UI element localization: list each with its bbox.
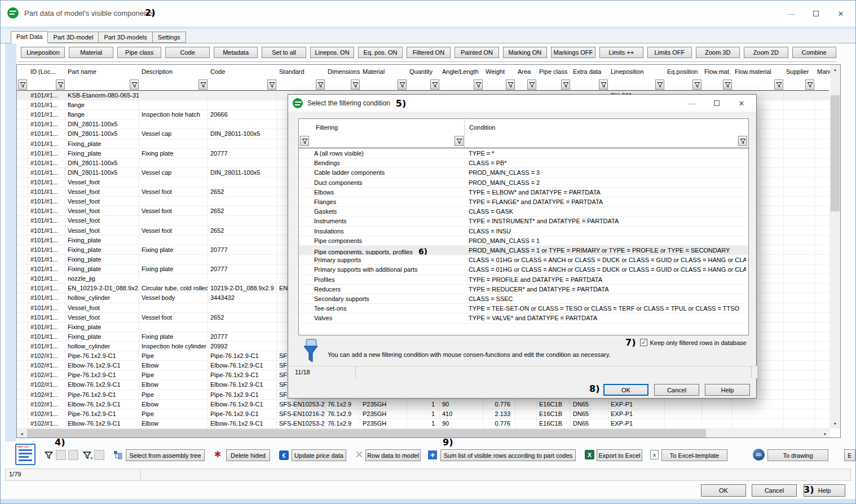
column-filter-icon-code[interactable] bbox=[267, 79, 276, 90]
scroll-left-icon[interactable]: ◄ bbox=[17, 428, 27, 438]
dialog-ok-button[interactable]: OK bbox=[603, 384, 648, 396]
close-icon[interactable]: ✕ bbox=[828, 5, 853, 22]
condition-column-header[interactable]: Condition bbox=[469, 124, 495, 131]
column-filter-icon-mat[interactable] bbox=[398, 79, 407, 90]
filter-slot-2[interactable] bbox=[68, 450, 78, 460]
delete-hided-button[interactable]: Delete hided bbox=[226, 449, 270, 461]
column-filter-icon-fmat[interactable] bbox=[723, 79, 732, 90]
column-header-fmat[interactable]: Flow.mat. bbox=[702, 67, 733, 78]
part-list-icon[interactable]: PART LIST bbox=[15, 444, 36, 465]
zoom-2d-button[interactable]: Zoom 2D bbox=[744, 47, 788, 58]
column-header-fmaterial[interactable]: Flow.material bbox=[733, 67, 784, 78]
filtered-on-button[interactable]: Filtered ON bbox=[407, 47, 451, 58]
edge-clipped-button[interactable]: E bbox=[844, 449, 855, 461]
minimize-icon[interactable]: — bbox=[779, 5, 804, 22]
select-from-assembly-tree-button[interactable]: Select from assembly tree bbox=[126, 449, 205, 461]
column-header-ang[interactable]: Angle/Length bbox=[440, 67, 483, 78]
filter-condition-row[interactable]: FlangesTYPE = FLANGE* and DATATYPE = PAR… bbox=[299, 197, 748, 207]
painted-on-button[interactable]: Painted ON bbox=[455, 47, 498, 58]
column-filter-icon-id[interactable] bbox=[56, 79, 65, 90]
horizontal-scroll-thumb[interactable] bbox=[27, 429, 706, 438]
column-filter-icon-part[interactable] bbox=[130, 79, 139, 90]
scroll-down-icon[interactable]: ▼ bbox=[830, 419, 840, 428]
horizontal-scrollbar[interactable]: ◄ ► bbox=[17, 428, 830, 438]
filter-condition-row[interactable]: Primary supports with additional partsCL… bbox=[299, 265, 748, 275]
filter-condition-row[interactable]: ReducersTYPE = REDUCER* and DATATYPE = P… bbox=[299, 285, 748, 294]
dialog-close-icon[interactable]: ✕ bbox=[729, 95, 754, 112]
to-excel-template-button[interactable]: To Excel-template bbox=[661, 449, 727, 461]
update-price-data-button[interactable]: Update price data bbox=[292, 449, 346, 461]
filter-condition-row[interactable]: Pipe components, supports, profiles6)PRO… bbox=[299, 246, 748, 255]
filtering-column-header[interactable]: Filtering bbox=[316, 124, 338, 131]
filter-condition-row[interactable]: Cable ladder componentsPROD_MAIN_CLASS =… bbox=[299, 168, 748, 178]
limits-++-button[interactable]: Limits ++ bbox=[599, 47, 643, 58]
filter-condition-row[interactable]: InstrumentsTYPE = INSTRUMENT* and DATATY… bbox=[299, 216, 748, 226]
filter-funnel-icon[interactable] bbox=[300, 136, 309, 146]
scroll-right-icon[interactable]: ► bbox=[820, 428, 830, 438]
column-header-std[interactable]: Standard bbox=[277, 67, 325, 78]
filter-condition-row[interactable]: A (all rows visible)TYPE = * bbox=[299, 149, 748, 158]
column-filter-icon-fmaterial[interactable] bbox=[774, 79, 783, 90]
filter-condition-row[interactable]: ElbowsTYPE = ELBOW* and DATATYPE = PARTD… bbox=[299, 188, 748, 197]
sum-list-button[interactable]: Sum list of visible rows according to pa… bbox=[440, 449, 576, 461]
column-filter-icon-extra[interactable] bbox=[599, 79, 608, 90]
scroll-up-icon[interactable]: ▲ bbox=[830, 65, 840, 74]
cancel-button[interactable]: Cancel bbox=[752, 484, 797, 497]
table-row[interactable]: #102/#1...Elbow-76.1x2.9-C1ElbowElbow-76… bbox=[17, 400, 829, 409]
dialog-cancel-button[interactable]: Cancel bbox=[654, 384, 699, 396]
column-filter-icon-supp[interactable] bbox=[805, 79, 814, 90]
dialog-maximize-icon[interactable] bbox=[704, 95, 729, 112]
column-filter-icon-linep[interactable] bbox=[655, 79, 664, 90]
filter-condition-row[interactable]: Primary supportsCLASS = 01HG or CLASS = … bbox=[299, 255, 748, 265]
filter-condition-row[interactable]: ValvesTYPE = VALVE* and DATATYPE = PARTD… bbox=[299, 313, 748, 323]
eq-pos-on-button[interactable]: Eq. pos. ON bbox=[358, 47, 402, 58]
filter-condition-row[interactable]: GasketsCLASS = GASK bbox=[299, 207, 748, 216]
keep-filtered-checkbox[interactable]: ✓ bbox=[640, 339, 647, 346]
table-row[interactable]: #102/#1...Pipe-76.1x2.9-C1PipePipe-76.1x… bbox=[17, 409, 829, 419]
to-drawing-button[interactable]: To drawing bbox=[767, 449, 828, 461]
tab-settings[interactable]: Settings bbox=[153, 32, 186, 43]
column-filter-icon-pcls[interactable] bbox=[561, 79, 570, 90]
row-data-to-model-button[interactable]: Row data to model bbox=[365, 449, 421, 461]
column-header-eqpos[interactable]: Eq.position bbox=[665, 67, 702, 78]
filter-slot-3[interactable] bbox=[94, 450, 104, 460]
column-filter-icon-dim[interactable] bbox=[351, 79, 360, 90]
column-header-pcls[interactable]: Pipe class bbox=[537, 67, 571, 78]
filter-icon[interactable] bbox=[43, 450, 54, 460]
column-header-extra[interactable]: Extra data bbox=[571, 67, 608, 78]
set-to-all-button[interactable]: Set to all bbox=[262, 47, 306, 58]
limits-off-button[interactable]: Limits OFF bbox=[647, 47, 691, 58]
zoom-3d-button[interactable]: Zoom 3D bbox=[696, 47, 740, 58]
add-filter-icon[interactable]: + bbox=[82, 450, 92, 460]
filter-condition-row[interactable]: Duct componentsPROD_MAIN_CLASS = 2 bbox=[299, 178, 748, 188]
combine-button[interactable]: Combine bbox=[792, 47, 836, 58]
column-header-desc[interactable]: Description bbox=[139, 67, 208, 78]
column-header-area[interactable]: Area bbox=[515, 67, 537, 78]
filter-condition-row[interactable]: Pipe componentsPROD_MAIN_CLASS = 1 bbox=[299, 236, 748, 246]
column-header-part[interactable]: Part name bbox=[65, 67, 139, 78]
tab-part-data[interactable]: Part Data bbox=[11, 31, 48, 43]
column-header-mat[interactable]: Material bbox=[360, 67, 407, 78]
ok-button[interactable]: OK bbox=[701, 484, 746, 497]
column-header-dim[interactable]: Dimensions bbox=[325, 67, 360, 78]
tab-part-3d-models[interactable]: Part 3D-models bbox=[99, 32, 152, 43]
column-header-manu[interactable]: Manufac bbox=[815, 67, 830, 78]
filter-condition-row[interactable]: ProfilesTYPE = PROFILE and DATATYPE = PA… bbox=[299, 275, 748, 285]
filter-funnel-icon[interactable] bbox=[738, 136, 747, 146]
filter-condition-row[interactable]: BendingsCLASS = PB* bbox=[299, 158, 748, 168]
pipe-class-button[interactable]: Pipe class bbox=[117, 47, 161, 58]
export-to-excel-button[interactable]: Export to Excel bbox=[597, 449, 642, 461]
filter-funnel-icon[interactable] bbox=[455, 136, 464, 146]
column-filter-icon-wgt[interactable] bbox=[506, 79, 515, 90]
column-header-wgt[interactable]: Weight bbox=[483, 67, 515, 78]
tab-part-3d-model[interactable]: Part 3D-model bbox=[48, 32, 99, 43]
filter-condition-row[interactable]: InsulationsCLASS = INSU bbox=[299, 227, 748, 236]
column-header-id[interactable]: ID (Loc... bbox=[28, 67, 65, 78]
material-button[interactable]: Material bbox=[69, 47, 113, 58]
filter-condition-row[interactable]: Tee-set-onsTYPE = TEE-SET-ON or CLASS = … bbox=[299, 304, 748, 313]
column-filter-icon-desc[interactable] bbox=[198, 79, 208, 90]
column-header-sel[interactable] bbox=[18, 67, 28, 78]
linepos-on-button[interactable]: Linepos. ON bbox=[310, 47, 354, 58]
filter-condition-row[interactable]: Secondary supportsCLASS = SSEC bbox=[299, 294, 748, 304]
column-header-code[interactable]: Code bbox=[208, 67, 277, 78]
